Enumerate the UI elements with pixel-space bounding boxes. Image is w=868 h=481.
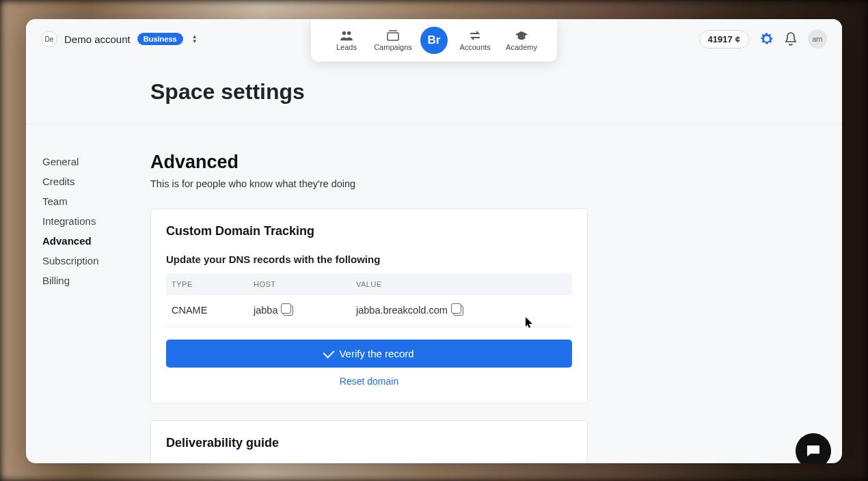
dns-type-value: CNAME [172,305,254,316]
sidenav-item-subscription[interactable]: Subscription [42,251,150,271]
coin-icon: ¢ [735,34,740,44]
main-content: Advanced This is for people who know wha… [150,152,615,463]
dns-table-row: CNAME jabba jabba.breakcold.com [166,295,572,327]
col-type-header: TYPE [172,280,254,288]
swap-icon [469,30,481,41]
sidenav-item-billing[interactable]: Billing [42,271,150,290]
page-title: Space settings [150,79,842,105]
svg-rect-2 [388,33,398,40]
main-nav: Leads Campaigns Br Accounts Academy [311,19,557,61]
card-title: Custom Domain Tracking [166,224,572,238]
sidenav-item-advanced[interactable]: Advanced [42,231,150,251]
svg-point-1 [347,31,351,34]
deliverability-card: Deliverability guide Blog Post [150,420,588,463]
verify-record-button[interactable]: Verify the record [166,340,572,368]
col-host-header: HOST [254,280,356,288]
topbar-right: 41917 ¢ arn [699,29,827,49]
col-value-header: VALUE [356,280,567,288]
nav-label: Campaigns [374,43,412,51]
top-bar: De Demo account Business ▲▼ Leads Campai… [26,19,842,59]
nav-label: Accounts [459,43,490,51]
dns-table: TYPE HOST VALUE CNAME jabba jabba.breakc… [166,273,572,327]
section-title: Advanced [150,152,588,173]
nav-campaigns[interactable]: Campaigns [370,30,416,51]
account-avatar-icon: De [41,31,57,47]
users-icon [340,30,353,41]
bell-icon[interactable] [785,32,797,46]
page-header: Space settings [26,59,842,124]
copy-value-icon[interactable] [453,305,463,316]
copy-host-icon[interactable] [283,305,293,316]
credits-value: 41917 [708,34,733,44]
nav-academy[interactable]: Academy [498,30,545,51]
check-icon [323,347,335,359]
nav-leads[interactable]: Leads [323,30,370,51]
sidenav-item-team[interactable]: Team [42,191,150,211]
inbox-icon [387,30,399,41]
gear-icon[interactable] [760,32,774,46]
section-subtitle: This is for people who know what they're… [150,178,588,189]
settings-sidenav: GeneralCreditsTeamIntegrationsAdvancedSu… [26,152,150,463]
dns-host-value: jabba [254,305,277,316]
sidenav-item-integrations[interactable]: Integrations [42,211,150,231]
custom-domain-card: Custom Domain Tracking Update your DNS r… [150,208,588,404]
app-window: De Demo account Business ▲▼ Leads Campai… [26,19,842,463]
nav-accounts[interactable]: Accounts [452,30,498,51]
dns-value-value: jabba.breakcold.com [356,305,448,316]
graduation-cap-icon [515,30,528,41]
svg-point-0 [342,31,346,34]
credits-pill[interactable]: 41917 ¢ [699,30,749,49]
sidenav-item-credits[interactable]: Credits [42,171,150,191]
account-name: Demo account [64,33,131,45]
plan-badge: Business [137,33,183,45]
dns-table-head: TYPE HOST VALUE [166,273,572,295]
chat-fab[interactable] [796,433,831,463]
user-avatar[interactable]: arn [808,29,827,49]
nav-label: Academy [506,43,537,51]
brand-logo[interactable]: Br [420,27,448,54]
dns-instruction: Update your DNS records with the followi… [166,253,572,265]
verify-label: Verify the record [339,348,413,359]
card-title: Deliverability guide [166,436,572,450]
nav-label: Leads [336,43,357,51]
chevron-updown-icon: ▲▼ [192,35,198,44]
sidenav-item-general[interactable]: General [42,152,150,171]
reset-domain-link[interactable]: Reset domain [166,376,572,387]
account-switcher[interactable]: De Demo account Business ▲▼ [41,31,198,47]
